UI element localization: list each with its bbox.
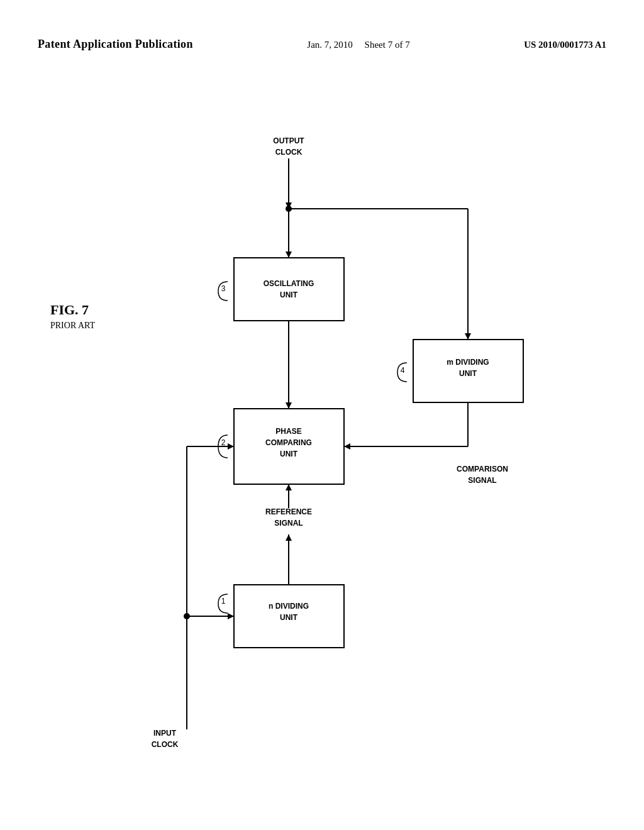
- n-dividing-unit-label-line2: UNIT: [280, 613, 298, 622]
- m-dividing-unit-label-line1: m DIVIDING: [447, 358, 489, 367]
- header-date: Jan. 7, 2010: [307, 40, 353, 50]
- header: Patent Application Publication Jan. 7, 2…: [0, 38, 644, 51]
- header-sheet: Sheet 7 of 7: [365, 40, 410, 50]
- input-clock-label-line1: INPUT: [153, 729, 177, 738]
- phase-comparing-label-line3: UNIT: [280, 450, 298, 458]
- header-patent-number: US 2010/0001773 A1: [524, 40, 606, 50]
- phase-comparing-label-line1: PHASE: [275, 427, 301, 436]
- phase-comparing-label-line2: COMPARING: [265, 438, 312, 447]
- comparison-signal-label-line2: SIGNAL: [468, 476, 496, 485]
- input-clock-label-line2: CLOCK: [152, 740, 179, 749]
- block-diagram: n DIVIDING UNIT 1 PHASE COMPARING UNIT 2…: [38, 101, 606, 792]
- block2-number: 2: [221, 438, 226, 447]
- output-clock-label-line1: OUTPUT: [273, 136, 304, 145]
- header-date-sheet: Jan. 7, 2010 Sheet 7 of 7: [307, 40, 409, 50]
- block1-number: 1: [221, 597, 226, 606]
- block3-number: 3: [221, 284, 226, 293]
- n-dividing-unit-label-line1: n DIVIDING: [269, 602, 309, 611]
- comparison-signal-label-line1: COMPARISON: [457, 465, 508, 473]
- input-to-phase-arrowhead: [228, 443, 234, 450]
- reference-signal-label-line1: REFERENCE: [265, 507, 312, 516]
- input-to-n-dividing-arrowhead: [228, 613, 234, 619]
- to-m-dividing-arrowhead: [465, 333, 471, 340]
- m-dividing-unit-label-line2: UNIT: [459, 369, 477, 378]
- reference-signal-arrowhead: [286, 484, 292, 490]
- header-publication-label: Patent Application Publication: [38, 38, 193, 51]
- to-oscillating-arrowhead: [286, 252, 292, 258]
- reference-signal-label-line2: SIGNAL: [274, 519, 303, 528]
- oscillating-unit-label-line2: UNIT: [280, 290, 298, 299]
- output-clock-label-line2: CLOCK: [275, 148, 303, 157]
- oscillating-to-phase-arrowhead: [286, 402, 292, 409]
- n-dividing-to-reference-arrowhead: [286, 534, 292, 541]
- oscillating-unit-box: [234, 258, 344, 321]
- comparison-to-phase-arrowhead: [344, 443, 350, 450]
- oscillating-unit-label-line1: OSCILLATING: [264, 279, 314, 288]
- page: Patent Application Publication Jan. 7, 2…: [0, 0, 644, 830]
- diagram-area: FIG. 7 PRIOR ART n DIVIDING UNIT 1 PHASE…: [38, 101, 606, 792]
- block4-number: 4: [401, 366, 405, 375]
